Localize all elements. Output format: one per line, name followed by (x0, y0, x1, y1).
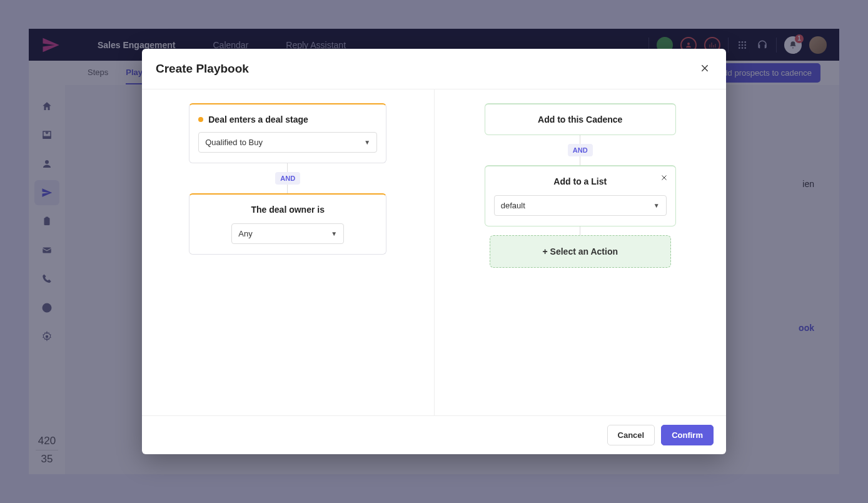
modal-header: Create Playbook (142, 49, 726, 89)
connector-line (287, 163, 288, 172)
connector-line (287, 185, 288, 193)
confirm-button[interactable]: Confirm (661, 425, 714, 445)
select-value: Any (238, 229, 252, 238)
connector-line (580, 135, 581, 144)
modal-close-button[interactable] (697, 61, 712, 76)
caret-down-icon: ▼ (364, 139, 370, 146)
caret-down-icon: ▼ (654, 202, 660, 209)
deal-owner-select[interactable]: Any ▼ (231, 223, 344, 244)
status-dot-icon (198, 117, 203, 122)
connector-line (580, 156, 581, 165)
and-connector: AND (275, 172, 300, 185)
action-title: Add to a List (494, 176, 667, 186)
deal-stage-select[interactable]: Qualified to Buy ▼ (198, 132, 377, 153)
modal-title: Create Playbook (156, 62, 249, 76)
filter-title: The deal owner is (198, 205, 377, 215)
remove-action-button[interactable] (660, 173, 668, 184)
trigger-card-deal-stage: Deal enters a deal stage Qualified to Bu… (189, 103, 386, 163)
action-card-add-list: Add to a List default ▼ (485, 165, 676, 226)
connector-line (580, 226, 581, 235)
modal-footer: Cancel Confirm (142, 415, 726, 454)
add-action-label: + Select an Action (543, 246, 618, 257)
triggers-column: Deal enters a deal stage Qualified to Bu… (142, 89, 435, 415)
list-select[interactable]: default ▼ (494, 195, 667, 216)
select-value: Qualified to Buy (205, 138, 263, 147)
cancel-button[interactable]: Cancel (607, 425, 655, 445)
modal-body: Deal enters a deal stage Qualified to Bu… (142, 89, 726, 415)
create-playbook-modal: Create Playbook Deal enters a deal stage… (142, 49, 726, 454)
add-action-button[interactable]: + Select an Action (490, 235, 671, 268)
select-value: default (501, 201, 525, 210)
action-card-add-cadence: Add to this Cadence (485, 103, 676, 135)
actions-column: Add to this Cadence AND Add to a List de… (435, 89, 727, 415)
caret-down-icon: ▼ (331, 230, 337, 237)
trigger-title: Deal enters a deal stage (208, 114, 308, 124)
card-title-row: Deal enters a deal stage (198, 114, 377, 124)
and-connector: AND (568, 144, 593, 156)
close-icon (660, 174, 668, 181)
filter-card-deal-owner: The deal owner is Any ▼ (189, 193, 386, 255)
close-icon (700, 63, 710, 73)
action-title: Add to this Cadence (494, 114, 667, 124)
